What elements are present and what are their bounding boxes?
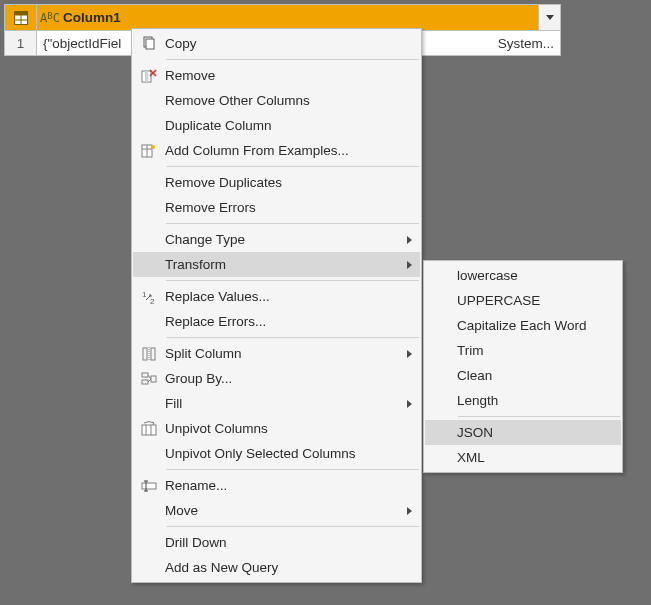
submenu-arrow-icon	[407, 261, 412, 269]
menu-trim[interactable]: Trim	[425, 338, 621, 363]
column-name: Column1	[63, 10, 121, 25]
menu-label: Add Column From Examples...	[165, 143, 402, 158]
rename-icon	[133, 478, 165, 494]
menu-clean[interactable]: Clean	[425, 363, 621, 388]
menu-remove[interactable]: Remove	[133, 63, 420, 88]
menu-label: UPPERCASE	[457, 293, 603, 308]
menu-label: Clean	[457, 368, 603, 383]
submenu-arrow-icon	[407, 400, 412, 408]
menu-label: Split Column	[165, 346, 402, 361]
group-by-icon	[133, 371, 165, 387]
copy-icon	[133, 36, 165, 52]
svg-point-13	[151, 145, 155, 149]
menu-label: Remove Other Columns	[165, 93, 402, 108]
menu-change-type[interactable]: Change Type	[133, 227, 420, 252]
submenu-arrow-icon	[407, 236, 412, 244]
svg-rect-24	[142, 425, 156, 435]
menu-label: Trim	[457, 343, 603, 358]
menu-separator	[166, 337, 419, 338]
remove-column-icon	[133, 68, 165, 84]
menu-label: Transform	[165, 257, 402, 272]
menu-separator	[166, 223, 419, 224]
menu-label: Replace Values...	[165, 289, 402, 304]
cell-text-right: System...	[498, 36, 554, 51]
svg-rect-7	[145, 71, 148, 82]
replace-values-icon: 1 2	[133, 289, 165, 305]
submenu-arrow-icon	[407, 350, 412, 358]
menu-label: Group By...	[165, 371, 402, 386]
menu-label: Capitalize Each Word	[457, 318, 603, 333]
menu-group-by[interactable]: Group By...	[133, 366, 420, 391]
menu-label: Duplicate Column	[165, 118, 402, 133]
menu-separator	[458, 416, 620, 417]
menu-json[interactable]: JSON	[425, 420, 621, 445]
menu-separator	[166, 469, 419, 470]
menu-drill-down[interactable]: Drill Down	[133, 530, 420, 555]
menu-label: lowercase	[457, 268, 603, 283]
menu-xml[interactable]: XML	[425, 445, 621, 470]
svg-rect-19	[142, 373, 148, 377]
menu-replace-values[interactable]: 1 2 Replace Values...	[133, 284, 420, 309]
menu-label: Change Type	[165, 232, 402, 247]
menu-unpivot-selected[interactable]: Unpivot Only Selected Columns	[133, 441, 420, 466]
svg-rect-5	[146, 39, 154, 49]
menu-remove-errors[interactable]: Remove Errors	[133, 195, 420, 220]
menu-label: Length	[457, 393, 603, 408]
menu-transform[interactable]: Transform	[133, 252, 420, 277]
column-filter-button[interactable]	[538, 5, 560, 30]
menu-label: Unpivot Columns	[165, 421, 402, 436]
menu-duplicate-column[interactable]: Duplicate Column	[133, 113, 420, 138]
menu-label: Move	[165, 503, 402, 518]
menu-uppercase[interactable]: UPPERCASE	[425, 288, 621, 313]
menu-label: Drill Down	[165, 535, 402, 550]
chevron-down-icon	[546, 15, 554, 20]
menu-replace-errors[interactable]: Replace Errors...	[133, 309, 420, 334]
svg-rect-16	[143, 348, 147, 360]
menu-label: Fill	[165, 396, 402, 411]
stage: ABC Column1 1 {"objectIdFiel System... C…	[0, 0, 651, 605]
menu-label: Remove Duplicates	[165, 175, 402, 190]
menu-split-column[interactable]: Split Column	[133, 341, 420, 366]
menu-label: Remove Errors	[165, 200, 402, 215]
menu-unpivot-columns[interactable]: Unpivot Columns	[133, 416, 420, 441]
column-type-icon: ABC	[37, 11, 63, 25]
menu-length[interactable]: Length	[425, 388, 621, 413]
menu-label: XML	[457, 450, 603, 465]
select-all-corner[interactable]	[5, 5, 37, 30]
svg-rect-21	[151, 376, 156, 382]
unpivot-icon	[133, 421, 165, 437]
menu-label: Unpivot Only Selected Columns	[165, 446, 402, 461]
menu-rename[interactable]: Rename...	[133, 473, 420, 498]
menu-label: Replace Errors...	[165, 314, 402, 329]
menu-remove-other-columns[interactable]: Remove Other Columns	[133, 88, 420, 113]
split-column-icon	[133, 346, 165, 362]
menu-label: Remove	[165, 68, 402, 83]
add-column-icon	[133, 143, 165, 159]
svg-rect-27	[142, 483, 156, 489]
menu-separator	[166, 166, 419, 167]
menu-fill[interactable]: Fill	[133, 391, 420, 416]
transform-submenu: lowercase UPPERCASE Capitalize Each Word…	[423, 260, 623, 473]
menu-separator	[166, 280, 419, 281]
menu-label: Copy	[165, 36, 402, 51]
svg-text:1: 1	[142, 290, 147, 299]
menu-label: Add as New Query	[165, 560, 402, 575]
cell-text-left: {"objectIdFiel	[43, 36, 121, 51]
menu-capitalize[interactable]: Capitalize Each Word	[425, 313, 621, 338]
menu-remove-duplicates[interactable]: Remove Duplicates	[133, 170, 420, 195]
menu-label: JSON	[457, 425, 603, 440]
svg-rect-17	[151, 348, 155, 360]
svg-text:2: 2	[150, 297, 155, 305]
menu-separator	[166, 59, 419, 60]
menu-copy[interactable]: Copy	[133, 31, 420, 56]
menu-move[interactable]: Move	[133, 498, 420, 523]
column-context-menu: Copy Remove Remove Other Columns Duplica…	[131, 28, 422, 583]
menu-lowercase[interactable]: lowercase	[425, 263, 621, 288]
menu-add-column-from-examples[interactable]: Add Column From Examples...	[133, 138, 420, 163]
column-header[interactable]: ABC Column1	[37, 5, 560, 30]
menu-separator	[166, 526, 419, 527]
table-icon	[14, 11, 28, 25]
menu-add-as-new-query[interactable]: Add as New Query	[133, 555, 420, 580]
menu-label: Rename...	[165, 478, 402, 493]
svg-rect-20	[142, 380, 148, 384]
